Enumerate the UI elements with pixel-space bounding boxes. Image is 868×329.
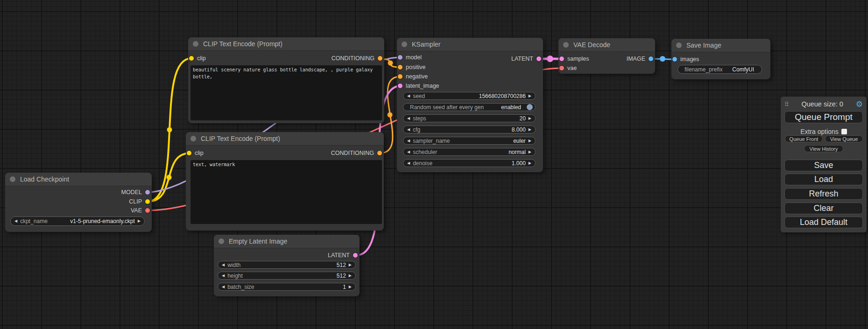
input-slot-model[interactable]: model — [398, 54, 422, 61]
conditioning-output-dot[interactable] — [378, 56, 382, 61]
conditioning-output-dot[interactable] — [377, 151, 382, 155]
load-default-button[interactable]: Load Default — [784, 217, 863, 228]
scheduler-widget[interactable]: ◀ scheduler normal ▶ — [403, 148, 536, 156]
widget-label: ckpt_name — [20, 218, 48, 224]
output-slot-vae[interactable]: VAE — [131, 207, 150, 214]
decrement-icon[interactable]: ◀ — [407, 117, 410, 120]
view-history-button[interactable]: View History — [804, 145, 843, 152]
drag-handle-icon[interactable]: ⠿ — [784, 101, 789, 107]
latent-output-dot[interactable] — [536, 56, 541, 61]
decrement-icon[interactable]: ◀ — [407, 94, 410, 98]
positive-input-dot[interactable] — [398, 65, 402, 70]
input-slot-images[interactable]: images — [672, 56, 699, 63]
node-title-bar[interactable]: CLIP Text Encode (Prompt) — [186, 132, 384, 146]
model-output-dot[interactable] — [145, 190, 150, 195]
view-queue-button[interactable]: View Queue — [825, 135, 863, 142]
increment-icon[interactable]: ▶ — [529, 117, 531, 120]
increment-icon[interactable]: ▶ — [349, 285, 352, 289]
width-widget[interactable]: ◀ width 512 ▶ — [218, 261, 356, 269]
toggle-knob-icon[interactable] — [527, 104, 533, 110]
output-slot-latent[interactable]: LATENT — [511, 55, 541, 63]
input-slot-samples[interactable]: samples — [559, 55, 589, 63]
decrement-icon[interactable]: ◀ — [14, 219, 17, 223]
clear-button[interactable]: Clear — [784, 203, 863, 214]
queue-prompt-button[interactable]: Queue Prompt — [784, 111, 863, 123]
samples-input-dot[interactable] — [559, 56, 564, 61]
decrement-icon[interactable]: ◀ — [222, 285, 225, 289]
steps-widget[interactable]: ◀ steps 20 ▶ — [403, 114, 536, 122]
node-clip-text-encode-positive[interactable]: CLIP Text Encode (Prompt) clip CONDITION… — [188, 37, 384, 123]
comfyui-canvas[interactable]: { "icons": { "gear": "⚙", "drag_handle":… — [0, 0, 868, 329]
increment-icon[interactable]: ▶ — [529, 161, 531, 165]
clip-input-dot[interactable] — [189, 56, 194, 61]
save-button[interactable]: Save — [784, 160, 863, 171]
input-slot-negative[interactable]: negative — [398, 73, 428, 80]
model-input-dot[interactable] — [398, 55, 402, 60]
node-title-bar[interactable]: Empty Latent Image — [214, 235, 360, 248]
output-slot-conditioning[interactable]: CONDITIONING — [331, 149, 382, 157]
decrement-icon[interactable]: ◀ — [407, 150, 410, 154]
node-ksampler[interactable]: KSampler model positive negative latent_… — [397, 38, 543, 172]
node-empty-latent-image[interactable]: Empty Latent Image LATENT ◀ width 512 ▶ … — [214, 235, 360, 296]
refresh-button[interactable]: Refresh — [784, 188, 863, 200]
increment-icon[interactable]: ▶ — [349, 274, 352, 278]
queue-front-button[interactable]: Queue Front — [785, 135, 823, 142]
decrement-icon[interactable]: ◀ — [407, 128, 410, 132]
ckpt-name-widget[interactable]: ◀ ckpt_name v1-5-pruned-emaonly.ckpt ▶ — [10, 217, 145, 226]
vae-output-dot[interactable] — [145, 208, 150, 213]
decrement-icon[interactable]: ◀ — [407, 161, 410, 165]
increment-icon[interactable]: ▶ — [529, 128, 531, 132]
input-slot-vae[interactable]: vae — [559, 64, 577, 72]
images-input-dot[interactable] — [672, 57, 677, 62]
negative-input-dot[interactable] — [398, 74, 402, 79]
node-title-bar[interactable]: Load Checkpoint — [5, 173, 152, 186]
node-title-bar[interactable]: CLIP Text Encode (Prompt) — [188, 37, 384, 51]
increment-icon[interactable]: ▶ — [529, 150, 531, 154]
decrement-icon[interactable]: ◀ — [222, 274, 225, 278]
prompt-textarea[interactable]: beautiful scenery nature glass bottle la… — [191, 65, 382, 120]
cfg-widget[interactable]: ◀ cfg 8.000 ▶ — [403, 126, 536, 133]
random-seed-toggle-widget[interactable]: Random seed after every gen enabled — [403, 103, 536, 111]
node-vae-decode[interactable]: VAE Decode samples vae IMAGE — [558, 38, 655, 74]
node-clip-text-encode-negative[interactable]: CLIP Text Encode (Prompt) clip CONDITION… — [186, 132, 384, 231]
increment-icon[interactable]: ▶ — [529, 139, 531, 143]
input-slot-latent-image[interactable]: latent_image — [398, 82, 439, 90]
vae-input-dot[interactable] — [559, 66, 564, 70]
node-title-bar[interactable]: Save Image — [671, 39, 770, 52]
wire-midpoint-dot — [167, 127, 172, 133]
node-title-bar[interactable]: KSampler — [397, 38, 543, 51]
filename-prefix-widget[interactable]: filename_prefix ComfyUI — [677, 65, 762, 74]
load-button[interactable]: Load — [784, 174, 863, 185]
output-slot-conditioning[interactable]: CONDITIONING — [332, 55, 382, 62]
batch-size-widget[interactable]: ◀ batch_size 1 ▶ — [218, 283, 356, 291]
prompt-textarea[interactable]: text, watermark — [191, 160, 382, 224]
decrement-icon[interactable]: ◀ — [222, 263, 225, 267]
output-slot-model[interactable]: MODEL — [121, 189, 150, 196]
widget-label: steps — [413, 115, 426, 122]
node-save-image[interactable]: Save Image images filename_prefix ComfyU… — [671, 39, 770, 79]
increment-icon[interactable]: ▶ — [349, 263, 352, 267]
sampler-name-widget[interactable]: ◀ sampler_name euler ▶ — [403, 137, 536, 145]
clip-input-dot[interactable] — [187, 151, 191, 155]
extra-options-checkbox[interactable] — [841, 129, 847, 134]
node-load-checkpoint[interactable]: Load Checkpoint MODEL CLIP VAE ◀ ckpt_na… — [5, 173, 152, 232]
increment-icon[interactable]: ▶ — [138, 219, 141, 223]
output-slot-image[interactable]: IMAGE — [627, 55, 653, 63]
image-output-dot[interactable] — [649, 56, 653, 61]
clip-output-dot[interactable] — [145, 199, 150, 204]
latent-input-dot[interactable] — [398, 84, 402, 88]
denoise-widget[interactable]: ◀ denoise 1.000 ▶ — [403, 159, 536, 167]
input-slot-clip[interactable]: clip — [187, 149, 204, 157]
input-slot-clip[interactable]: clip — [189, 55, 206, 62]
output-slot-latent[interactable]: LATENT — [328, 252, 358, 259]
seed-widget[interactable]: ◀ seed 156680208700286 ▶ — [403, 92, 536, 100]
settings-gear-icon[interactable]: ⚙ — [856, 100, 863, 108]
decrement-icon[interactable]: ◀ — [407, 139, 410, 143]
latent-output-dot[interactable] — [353, 253, 358, 258]
slot-label: clip — [195, 150, 204, 156]
node-title-bar[interactable]: VAE Decode — [558, 38, 655, 52]
output-slot-clip[interactable]: CLIP — [129, 198, 150, 205]
height-widget[interactable]: ◀ height 512 ▶ — [218, 272, 356, 280]
increment-icon[interactable]: ▶ — [529, 94, 531, 98]
input-slot-positive[interactable]: positive — [398, 63, 425, 71]
